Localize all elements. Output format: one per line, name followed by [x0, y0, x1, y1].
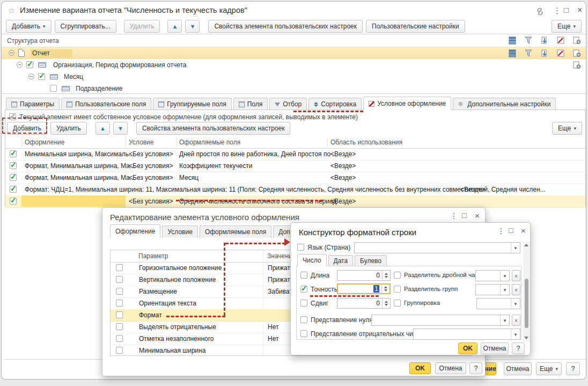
- close-icon[interactable]: ×: [577, 6, 582, 14]
- clear-icon[interactable]: ×: [512, 315, 520, 326]
- maximize-icon[interactable]: □: [564, 6, 569, 14]
- row-checkbox[interactable]: [10, 162, 17, 169]
- grouping-checkbox[interactable]: [394, 300, 401, 307]
- scrollbar-thumb[interactable]: [525, 279, 528, 328]
- tab-condition[interactable]: Условие: [162, 225, 197, 238]
- chevron-down-icon[interactable]: ▾: [500, 315, 509, 325]
- groupable-fields-icon[interactable]: [508, 36, 517, 45]
- more-button-bottom[interactable]: Еще▾: [536, 362, 562, 375]
- cancel-button-format-dialog[interactable]: Отмена: [481, 343, 509, 354]
- fraction-separator-combo[interactable]: ▾: [475, 270, 510, 281]
- language-checkbox[interactable]: [297, 244, 304, 251]
- filter-icon[interactable]: [524, 36, 533, 45]
- chevron-down-icon[interactable]: ▾: [511, 329, 520, 339]
- spinner-icons[interactable]: [382, 271, 390, 280]
- sort-icon[interactable]: [540, 36, 549, 45]
- spinner-icons[interactable]: [382, 298, 390, 308]
- chevron-down-icon[interactable]: ▾: [500, 285, 509, 295]
- tree-row-grouping-2[interactable]: Месяц: [2, 71, 586, 83]
- precision-checkbox[interactable]: [300, 286, 307, 293]
- row-checkbox[interactable]: [116, 264, 123, 271]
- tab-boolean[interactable]: Булево: [355, 255, 387, 266]
- row-checkbox[interactable]: [10, 198, 17, 205]
- precision-input[interactable]: 1: [337, 283, 391, 294]
- add-button-main[interactable]: Добавить▾: [6, 20, 52, 33]
- user-settings-item-props-button-main[interactable]: Свойства элемента пользовательских настр…: [208, 20, 363, 33]
- row-checkbox[interactable]: [38, 73, 45, 80]
- filter-icon[interactable]: [524, 49, 533, 57]
- grouping-combo[interactable]: ▾: [476, 298, 520, 309]
- table-row[interactable]: Формат: ЧДЦ=1, Минимальная ширина: 11, М…: [5, 184, 585, 196]
- table-row[interactable]: Минимальная ширина, Максималь... <Без ус…: [5, 148, 585, 161]
- tab-additional-settings[interactable]: ⚙Дополнительные настройки: [453, 98, 556, 110]
- length-checkbox[interactable]: [300, 272, 307, 279]
- tree-row-report[interactable]: Отчет: [2, 47, 586, 59]
- delete-button-conditional[interactable]: Удалить: [50, 122, 87, 135]
- user-settings-item-props-button-conditional[interactable]: Свойства элемента пользовательских настр…: [136, 122, 291, 135]
- tab-sorting[interactable]: Сортировка: [308, 98, 362, 110]
- negative-presentation-checkbox[interactable]: [300, 330, 307, 337]
- user-settings-button[interactable]: Пользовательские настройки: [366, 20, 465, 33]
- row-checkbox[interactable]: [116, 276, 123, 283]
- delete-button-main[interactable]: Удалить: [124, 20, 160, 33]
- own-conditional-appearance-checkbox[interactable]: [9, 113, 16, 120]
- zero-presentation-combo[interactable]: ▾: [371, 315, 510, 326]
- col-scope[interactable]: Область использования: [330, 139, 402, 146]
- table-row[interactable]: Формат, Минимальная ширина, Ма... <Без у…: [5, 172, 585, 184]
- window-menu-icon[interactable]: ⋮: [553, 6, 561, 14]
- additional-settings-icon[interactable]: [572, 49, 582, 57]
- row-checkbox[interactable]: [10, 150, 17, 157]
- language-combo[interactable]: ▾: [354, 242, 520, 253]
- chevron-down-icon[interactable]: ▾: [500, 271, 509, 281]
- maximize-icon[interactable]: □: [509, 227, 513, 234]
- help-button-edit-dialog[interactable]: ?: [469, 362, 482, 374]
- tree-row-grouping-3[interactable]: Подразделение: [2, 83, 586, 94]
- row-checkbox[interactable]: [10, 186, 17, 193]
- chevron-down-icon[interactable]: ▾: [511, 298, 520, 309]
- editing-cell[interactable]: [21, 195, 126, 207]
- row-checkbox[interactable]: [10, 174, 17, 181]
- window-menu-icon[interactable]: ⋮: [450, 212, 458, 220]
- additional-settings-icon[interactable]: [572, 36, 582, 45]
- shift-input[interactable]: 0: [337, 298, 391, 309]
- ok-button-edit-dialog[interactable]: OK: [409, 362, 431, 374]
- row-checkbox[interactable]: [116, 323, 123, 330]
- fraction-separator-checkbox[interactable]: [394, 272, 401, 279]
- col-fields[interactable]: Оформляемые поля: [179, 139, 240, 146]
- tab-appearance[interactable]: Оформление: [110, 224, 160, 238]
- scroll-up-icon[interactable]: [524, 244, 528, 246]
- clear-icon[interactable]: ×: [512, 284, 520, 295]
- cancel-button-main[interactable]: Отмена: [504, 362, 532, 375]
- col-condition[interactable]: Условие: [129, 139, 153, 146]
- conditional-appearance-icon[interactable]: [556, 49, 565, 57]
- conditional-appearance-icon[interactable]: [556, 36, 565, 45]
- collapse-icon[interactable]: [28, 74, 34, 79]
- col-parameter[interactable]: Параметр: [138, 252, 168, 260]
- row-checkbox[interactable]: [116, 311, 123, 318]
- move-down-button-main[interactable]: ▼: [185, 20, 200, 33]
- length-input[interactable]: 0: [337, 270, 391, 281]
- tab-fields[interactable]: Поля: [233, 98, 268, 110]
- window-menu-icon[interactable]: ⋮: [497, 227, 505, 235]
- more-button-main[interactable]: Еще▾: [552, 20, 582, 33]
- row-checkbox[interactable]: [116, 347, 123, 354]
- additional-settings-icon[interactable]: [572, 61, 582, 69]
- shift-checkbox[interactable]: [300, 300, 307, 307]
- table-row[interactable]: Формат, Минимальная ширина, Ма... <Без у…: [5, 160, 585, 172]
- group-button[interactable]: Сгруппировать...: [55, 20, 116, 33]
- cancel-button-edit-dialog[interactable]: Отмена: [435, 362, 466, 374]
- negative-presentation-combo[interactable]: ▾: [413, 329, 520, 340]
- chevron-down-icon[interactable]: ▾: [511, 243, 520, 253]
- move-down-button-conditional[interactable]: ▼: [113, 122, 128, 135]
- scrollbar[interactable]: [523, 242, 530, 342]
- group-separator-checkbox[interactable]: [394, 286, 401, 293]
- tab-user-fields[interactable]: Пользовательские поля: [61, 98, 151, 110]
- collapse-icon[interactable]: [9, 50, 14, 56]
- tree-row-grouping-1[interactable]: Организация, Период формирования отчета: [2, 59, 586, 71]
- more-button-conditional[interactable]: Еще▾: [552, 122, 582, 135]
- help-button-main[interactable]: ?: [566, 362, 580, 375]
- tab-formatted-fields[interactable]: Оформляемые поля: [200, 225, 271, 238]
- tab-conditional-appearance[interactable]: Условное оформление: [363, 97, 451, 110]
- row-checkbox[interactable]: [26, 61, 33, 68]
- sort-icon[interactable]: [540, 49, 549, 57]
